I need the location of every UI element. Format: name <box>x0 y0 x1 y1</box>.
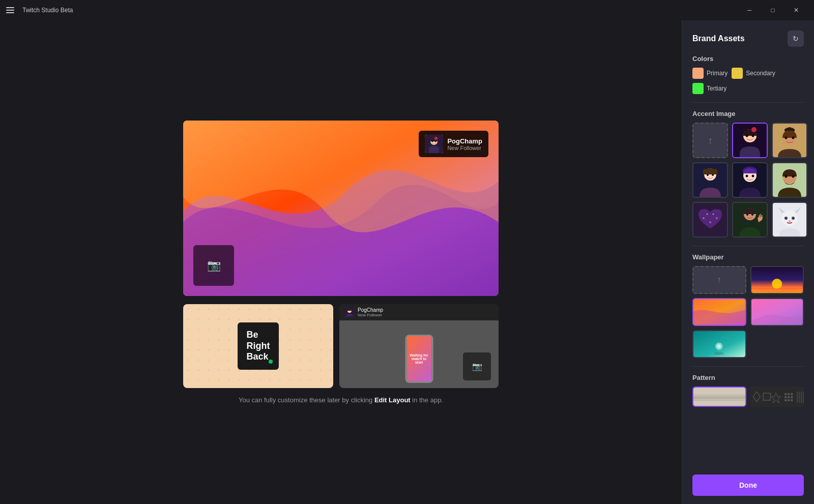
accent-item-6[interactable] <box>692 202 728 238</box>
svg-rect-60 <box>693 395 745 396</box>
refresh-button[interactable]: ↻ <box>788 31 804 47</box>
main-camera-box: 📷 <box>193 245 234 286</box>
accent-item-3[interactable] <box>692 162 728 198</box>
svg-point-30 <box>703 217 705 219</box>
customize-hint: You can fully customize these later by c… <box>239 396 443 404</box>
accent-item-7[interactable] <box>732 202 768 238</box>
primary-label: Primary <box>707 70 728 77</box>
preview-notification: PogChamp New Follower <box>419 131 488 157</box>
right-panel: Brand Assets ↻ Colors Primary Secondary … <box>682 20 814 504</box>
maximize-button[interactable]: □ <box>761 0 784 20</box>
phone-screen-text: Waiting for match to start <box>406 351 431 366</box>
divider-3 <box>692 366 804 367</box>
accent-item-5[interactable] <box>772 162 807 198</box>
titlebar: Twitch Studio Beta ─ □ ✕ <box>0 0 814 20</box>
tertiary-swatch <box>692 83 704 94</box>
notif-avatar <box>425 135 443 153</box>
upload-icon: ↑ <box>708 135 713 146</box>
svg-rect-61 <box>693 399 745 400</box>
close-button[interactable]: ✕ <box>784 0 808 20</box>
accent-item-8[interactable] <box>772 202 807 238</box>
accent-item-4[interactable] <box>732 162 768 198</box>
waiting-user-info: PogChamp New Follower <box>358 307 383 317</box>
svg-point-37 <box>746 214 748 216</box>
svg-point-19 <box>707 174 709 176</box>
color-secondary[interactable]: Secondary <box>732 68 775 79</box>
wallpaper-section: ↑ <box>682 266 814 366</box>
svg-point-43 <box>789 220 791 222</box>
wallpaper-teal[interactable] <box>692 330 746 358</box>
app-title: Twitch Studio Beta <box>22 7 73 14</box>
color-tertiary[interactable]: Tertiary <box>692 83 726 94</box>
notif-username: PogChamp <box>447 137 482 145</box>
accent-upload[interactable]: ↑ <box>692 123 728 158</box>
svg-rect-71 <box>791 396 793 398</box>
done-section: Done <box>682 468 814 504</box>
menu-button[interactable] <box>6 5 16 15</box>
svg-point-24 <box>752 175 754 177</box>
svg-rect-74 <box>791 399 793 401</box>
main-content: PogChamp New Follower 📷 Be Right Back <box>0 20 814 504</box>
color-primary[interactable]: Primary <box>692 68 728 79</box>
brb-card: Be Right Back <box>238 322 279 370</box>
svg-point-41 <box>784 217 788 220</box>
wallpaper-upload[interactable]: ↑ <box>692 266 746 294</box>
colors-section: Primary Secondary Tertiary <box>682 68 814 102</box>
svg-point-3 <box>432 141 433 142</box>
pattern-grid <box>692 387 804 407</box>
waiting-camera-icon: 📷 <box>472 362 482 371</box>
phone-frame: Waiting for match to start <box>405 335 433 383</box>
pattern-item-2[interactable] <box>750 387 804 407</box>
tertiary-label: Tertiary <box>707 85 726 92</box>
pattern-label: Pattern <box>682 374 814 387</box>
svg-point-28 <box>792 175 795 178</box>
wallpaper-label: Wallpaper <box>682 253 814 266</box>
svg-rect-67 <box>788 393 790 395</box>
wallpaper-abstract[interactable] <box>692 298 746 326</box>
waiting-username: PogChamp <box>358 307 383 313</box>
svg-point-4 <box>435 141 437 142</box>
svg-rect-78 <box>803 392 804 403</box>
svg-rect-69 <box>784 396 787 398</box>
panel-header: Brand Assets ↻ <box>682 20 814 55</box>
svg-rect-62 <box>750 387 804 407</box>
divider-2 <box>692 246 804 246</box>
done-button[interactable]: Done <box>692 475 804 496</box>
accent-item-2[interactable] <box>772 123 807 158</box>
svg-rect-66 <box>784 393 787 395</box>
svg-point-38 <box>751 214 753 216</box>
svg-point-56 <box>715 342 723 350</box>
brb-preview: Be Right Back <box>183 304 333 388</box>
wallpaper-retro[interactable] <box>750 266 804 294</box>
waiting-avatar <box>344 307 355 317</box>
svg-rect-76 <box>799 392 800 403</box>
accent-label: Accent Image <box>682 110 814 123</box>
svg-point-27 <box>785 175 788 178</box>
wallpaper-pink[interactable] <box>750 298 804 326</box>
pattern-item-1[interactable] <box>692 387 746 407</box>
notif-subtitle: New Follower <box>447 145 482 151</box>
wallpaper-upload-icon: ↑ <box>717 275 721 285</box>
svg-point-20 <box>712 174 714 176</box>
secondary-swatch <box>732 68 743 79</box>
colors-grid: Primary Secondary Tertiary <box>692 68 804 94</box>
wallpaper-grid: ↑ <box>692 266 804 358</box>
svg-rect-75 <box>797 392 798 403</box>
svg-point-10 <box>746 135 748 137</box>
brb-text: Be Right Back <box>247 330 270 363</box>
left-area: PogChamp New Follower 📷 Be Right Back <box>0 20 682 504</box>
panel-title: Brand Assets <box>692 34 745 43</box>
svg-point-45 <box>772 279 782 289</box>
divider-1 <box>692 102 804 103</box>
svg-point-12 <box>751 127 757 132</box>
waiting-camera-box: 📷 <box>463 352 491 380</box>
minimize-button[interactable]: ─ <box>738 0 761 20</box>
accent-item-1[interactable] <box>732 123 768 158</box>
svg-point-15 <box>785 137 788 139</box>
waiting-subtitle: New Follower <box>358 313 383 317</box>
camera-icon: 📷 <box>207 259 221 272</box>
primary-swatch <box>692 68 704 79</box>
svg-point-40 <box>781 210 798 226</box>
waiting-preview: PogChamp New Follower Waiting for match … <box>339 304 499 388</box>
secondary-label: Secondary <box>746 70 775 77</box>
